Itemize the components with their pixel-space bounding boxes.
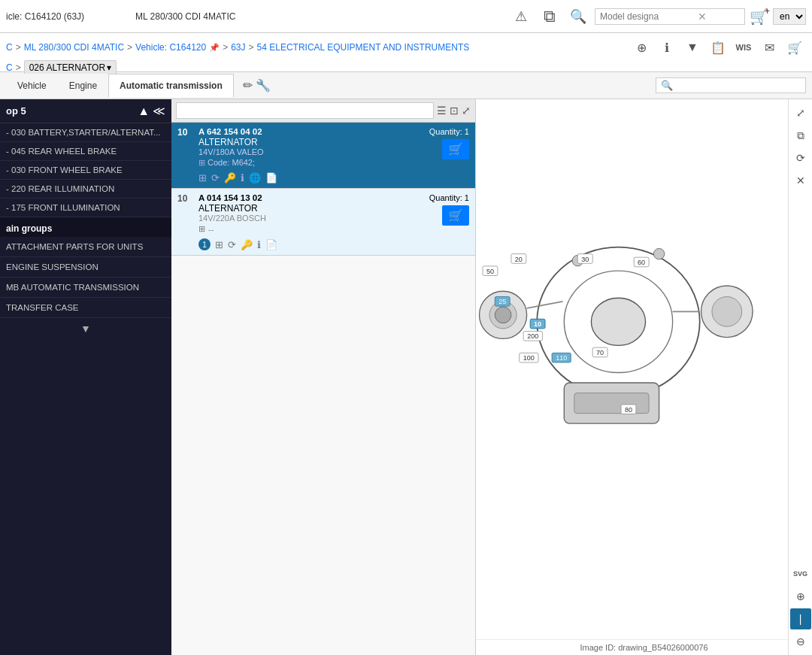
- breadcrumb-row2: C > 026 ALTERNATOR ▾: [6, 60, 806, 75]
- part-icon-info-1[interactable]: ℹ: [241, 172, 244, 183]
- diagram-area: 50 20 25 30 60 10 200: [476, 99, 788, 639]
- alternator-dropdown[interactable]: 026 ALTERNATOR ▾: [24, 60, 117, 75]
- part-icon-doc-2[interactable]: 📄: [265, 239, 277, 250]
- language-select[interactable]: en de: [773, 8, 806, 25]
- svg-text:70: 70: [596, 349, 604, 356]
- part-icon-layout-2[interactable]: ⊞: [215, 239, 223, 250]
- center-panel: ☰ ⊡ ⤢ 10 A 642 154 04 02 ALTERNATOR 14V/…: [171, 99, 476, 655]
- cart-add-button[interactable]: 🛒+: [750, 8, 768, 26]
- part-icon-refresh-2[interactable]: ⟳: [228, 239, 236, 250]
- part-qty-area-2: Quantity: 1 🛒: [429, 193, 469, 226]
- bc-home[interactable]: C: [6, 62, 13, 73]
- sidebar-nav-item-front-brake[interactable]: - 030 FRONT WHEEL BRAKE: [0, 161, 171, 180]
- filter-icon-btn[interactable]: ▼: [681, 36, 704, 59]
- grid-icon-1: ⊞: [198, 158, 205, 167]
- vehicle-label: icle: C164120 (63J): [6, 11, 84, 22]
- tab-icon-wrench[interactable]: 🔧: [256, 78, 271, 92]
- add-to-cart-btn-2[interactable]: 🛒: [442, 205, 469, 226]
- tab-engine[interactable]: Engine: [58, 74, 108, 97]
- part-item-1[interactable]: 10 A 642 154 04 02 ALTERNATOR 14V/180A V…: [171, 123, 475, 189]
- sidebar-group-attachment[interactable]: ATTACHMENT PARTS FOR UNITS: [0, 237, 171, 257]
- part-icon-refresh-1[interactable]: ⟳: [211, 172, 220, 183]
- info-icon-btn[interactable]: ℹ: [656, 36, 678, 59]
- copy-icon-btn[interactable]: ⧉: [538, 5, 562, 29]
- tabs-search-box[interactable]: 🔍: [656, 77, 806, 93]
- tabs-search-icon[interactable]: 🔍: [661, 80, 673, 91]
- tab-vehicle[interactable]: Vehicle: [6, 74, 58, 97]
- mail-icon-btn[interactable]: ✉: [758, 36, 780, 59]
- tab-icon-pencil[interactable]: ✏: [243, 78, 253, 92]
- top-bar: icle: C164120 (63J) ML 280/300 CDI 4MATI…: [0, 0, 812, 33]
- sidebar-nav-item-battery[interactable]: - 030 BATTERY,STARTER/ALTERNAT...: [0, 123, 171, 142]
- rp-close-btn[interactable]: ✕: [790, 170, 811, 191]
- part-icon-globe-1[interactable]: 🌐: [249, 172, 261, 183]
- dropdown-chevron-icon: ▾: [107, 62, 111, 73]
- tab-automatic-transmission[interactable]: Automatic transmission: [108, 74, 234, 97]
- part-icon-info-2[interactable]: ℹ: [257, 239, 261, 250]
- zoom-search-icon-btn[interactable]: ⊕: [630, 36, 653, 59]
- doc-icon-btn[interactable]: 📋: [707, 36, 729, 59]
- search-clear-icon[interactable]: ✕: [698, 11, 707, 23]
- sidebar-nav-item-rear-brake[interactable]: - 045 REAR WHEEL BRAKE: [0, 142, 171, 161]
- sidebar-group-engine-susp[interactable]: ENGINE SUSPENSION: [0, 257, 171, 277]
- rp-accent-btn[interactable]: |: [790, 608, 811, 629]
- rp-svg-btn[interactable]: SVG: [790, 563, 811, 584]
- part-icons-row-2: 1 ⊞ ⟳ 🔑 ℹ 📄: [171, 235, 475, 255]
- sidebar-group-transfer[interactable]: TRANSFER CASE: [0, 298, 171, 318]
- part-item-2[interactable]: 10 A 014 154 13 02 ALTERNATOR 14V/220A B…: [171, 189, 475, 256]
- part-item-1-header: 10 A 642 154 04 02 ALTERNATOR 14V/180A V…: [171, 123, 475, 169]
- image-id-text: Image ID: drawing_B54026000076: [580, 643, 707, 652]
- svg-text:10: 10: [534, 320, 541, 328]
- model-search-input[interactable]: [600, 11, 698, 22]
- part-icon-key-1[interactable]: 🔑: [224, 172, 236, 183]
- part-number-1: A 642 154 04 02: [198, 127, 423, 136]
- right-panel-side-icons: ⤢ ⧉ ⟳ ✕ SVG ⊕ | ⊖: [788, 99, 812, 655]
- model-search-box[interactable]: ✕: [595, 8, 745, 25]
- cart-icon-btn[interactable]: 🛒: [783, 36, 806, 59]
- image-id-bar: Image ID: drawing_B54026000076: [476, 639, 812, 655]
- rp-zoom-out-btn[interactable]: ⊖: [790, 631, 811, 652]
- sidebar-nav-item-rear-illum[interactable]: - 220 REAR ILLUMINATION: [0, 180, 171, 199]
- sidebar-scroll-container: - 030 BATTERY,STARTER/ALTERNAT... - 045 …: [0, 123, 171, 655]
- sidebar-group-mb-auto[interactable]: MB AUTOMATIC TRANSMISSION: [0, 277, 171, 298]
- part-icons-row-1: ⊞ ⟳ 🔑 ℹ 🌐 📄: [171, 169, 475, 188]
- part-icon-key-2[interactable]: 🔑: [241, 239, 253, 250]
- bc-model[interactable]: ML 280/300 CDI 4MATIC: [24, 42, 124, 53]
- bc-63j[interactable]: 63J: [231, 42, 245, 53]
- alternator-label: 026 ALTERNATOR: [29, 62, 105, 73]
- bc-vehicle[interactable]: Vehicle: C164120: [135, 42, 206, 53]
- sidebar-scroll-down-btn[interactable]: ▼: [3, 321, 168, 336]
- part-pos-1: 10: [177, 127, 192, 138]
- warning-icon-btn[interactable]: ⚠: [509, 5, 533, 29]
- part-icon-doc-1[interactable]: 📄: [265, 172, 277, 183]
- add-to-cart-btn-1[interactable]: 🛒: [442, 139, 469, 159]
- search-icon-btn[interactable]: 🔍: [566, 5, 590, 29]
- part-name-2: ALTERNATOR: [198, 203, 423, 214]
- sidebar-nav-item-front-illum[interactable]: - 175 FRONT ILLUMINATION: [0, 199, 171, 217]
- bc-electrical[interactable]: 54 ELECTRICAL EQUIPMENT AND INSTRUMENTS: [257, 42, 470, 53]
- sidebar-close-btn[interactable]: ≪: [153, 104, 165, 118]
- svg-text:25: 25: [498, 298, 506, 305]
- bc-c[interactable]: C: [6, 42, 13, 53]
- svg-rect-8: [574, 393, 649, 414]
- sidebar-group-list: ATTACHMENT PARTS FOR UNITS ENGINE SUSPEN…: [0, 237, 171, 318]
- sidebar-collapse-btn[interactable]: ▲: [138, 104, 150, 118]
- part-icon-layout-1[interactable]: ⊞: [198, 172, 207, 183]
- rp-expand-btn[interactable]: ⤢: [790, 102, 811, 123]
- list-view-btn[interactable]: ☰: [437, 105, 447, 117]
- tabs-search-input[interactable]: [673, 80, 801, 91]
- diagram-svg: 50 20 25 30 60 10 200: [476, 99, 788, 639]
- rp-history-btn[interactable]: ⟳: [790, 147, 811, 168]
- wis-icon-btn[interactable]: WIS: [732, 36, 755, 59]
- sidebar-header: op 5 ▲ ≪: [0, 99, 171, 123]
- part-qty-label-1: Quantity: 1: [429, 127, 469, 136]
- rp-zoom-in-btn[interactable]: ⊕: [790, 586, 811, 607]
- grid-view-btn[interactable]: ⊡: [450, 105, 459, 117]
- center-filter-input[interactable]: [176, 102, 434, 119]
- expand-view-btn[interactable]: ⤢: [462, 105, 471, 117]
- sidebar-header-icons: ▲ ≪: [138, 104, 165, 118]
- rp-copy-btn[interactable]: ⧉: [790, 125, 811, 146]
- sidebar-scroll-arrow: ▼: [0, 318, 171, 339]
- svg-line-10: [527, 302, 563, 308]
- part-number-2: A 014 154 13 02: [198, 193, 423, 202]
